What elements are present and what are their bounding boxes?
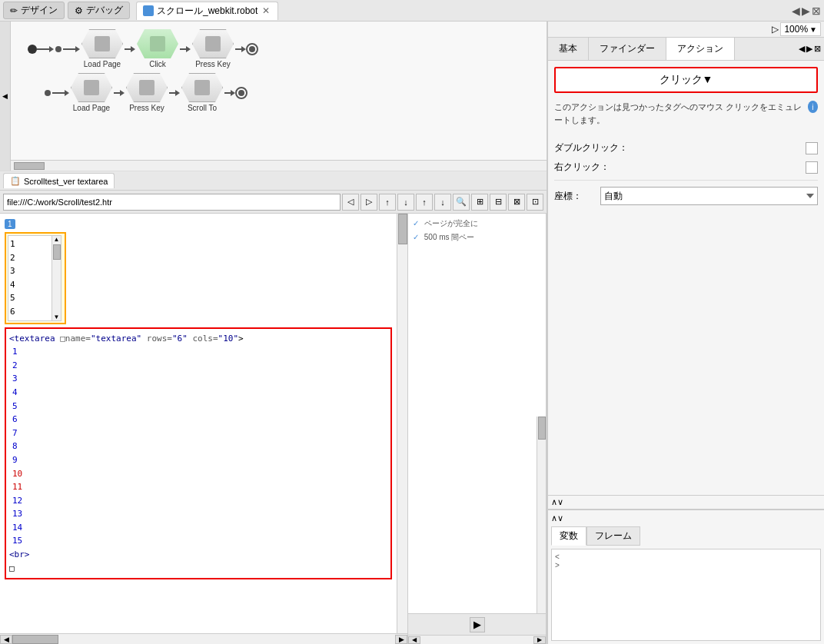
info-icon[interactable]: i <box>808 101 818 113</box>
source-footer: □ <box>9 562 387 576</box>
file-icon <box>143 5 154 16</box>
top-toolbar: ✏ デザイン ⚙ デバッグ スクロール_webkit.robot ✕ ◀ ▶ ⊠ <box>0 0 824 22</box>
zoom-control[interactable]: 100% ▼ <box>780 22 821 36</box>
html-panel: 1 123456 <box>0 214 408 644</box>
scroll-up-btn[interactable]: ▲ <box>54 236 60 243</box>
toolbar-btn-11[interactable]: ⊡ <box>527 194 543 211</box>
line4 <box>180 48 186 50</box>
right-click-checkbox[interactable] <box>806 161 818 174</box>
action-title-button[interactable]: クリック▼ <box>554 67 818 93</box>
num-9: 9 <box>12 453 387 467</box>
presskey-2-box <box>126 73 168 102</box>
flow-node-presskey-1[interactable]: Press Key <box>192 29 234 68</box>
arrow2 <box>75 46 80 52</box>
preview-panel: ✓ ページが完全に ✓ 500 ms 間ペー ▶ <box>408 214 547 644</box>
check-icon-1: ✓ <box>413 219 419 227</box>
flow-node-scrollto[interactable]: Scroll To <box>181 73 223 112</box>
scrollto-box <box>181 73 223 102</box>
right-nav-left[interactable]: ◀ <box>799 44 805 54</box>
source-br-tag: <br> <box>9 548 387 562</box>
html-hscrollbar[interactable]: ◀ ▶ <box>0 633 407 644</box>
var-nav-down[interactable]: ∨ <box>557 513 563 523</box>
status-text-2: 500 ms 間ペー <box>424 233 475 241</box>
content-tab[interactable]: 📋 Scrolltest_ver textarea <box>3 173 115 188</box>
design-label: デザイン <box>21 4 58 17</box>
content-tab-label: Scrolltest_ver textarea <box>24 177 108 186</box>
double-click-label: ダブルクリック： <box>554 141 806 154</box>
nav-right-button[interactable]: ▶ <box>802 5 810 17</box>
hscroll-right[interactable]: ▶ <box>395 635 407 644</box>
design-tab[interactable]: ✏ デザイン <box>3 2 65 19</box>
url-input[interactable] <box>3 194 341 211</box>
var-tab-frames[interactable]: フレーム <box>586 526 640 546</box>
zoom-value: 100% <box>784 24 808 35</box>
line1 <box>37 48 49 50</box>
right-panel: ▷ 100% ▼ 基本 ファインダー アクション ◀ ▶ ⊠ <box>547 22 824 644</box>
page-marker: 1 <box>5 219 15 229</box>
var-tab-variables[interactable]: 変数 <box>551 526 586 546</box>
flow-hscrollbar[interactable] <box>11 160 547 171</box>
file-tab[interactable]: スクロール_webkit.robot ✕ <box>136 2 278 20</box>
line8 <box>169 92 175 94</box>
presskey-1-icon <box>205 36 221 51</box>
toolbar-btn-4[interactable]: ↓ <box>397 194 414 211</box>
toolbar-btn-9[interactable]: ⊟ <box>490 194 507 211</box>
loadpage-1-box <box>81 29 123 58</box>
toolbar-btn-1[interactable]: ◁ <box>342 194 359 211</box>
toolbar-btn-7[interactable]: 🔍 <box>453 194 470 211</box>
preview-hscroll-right[interactable]: ▶ <box>533 636 546 644</box>
preview-hscroll-left[interactable]: ◀ <box>408 636 420 644</box>
var-tree-arrows: < > <box>555 553 560 569</box>
html-content[interactable]: 1 123456 <box>0 214 397 633</box>
presskey-1-label: Press Key <box>195 60 231 68</box>
tab-action[interactable]: アクション <box>666 38 735 60</box>
right-click-row: 右クリック： <box>554 161 818 174</box>
textarea-scrollbar[interactable]: ▲ ▼ <box>52 236 61 320</box>
flow-node-loadpage-1[interactable]: Load Page <box>81 29 123 68</box>
num-12: 12 <box>12 494 387 508</box>
debug-tab[interactable]: ⚙ デバッグ <box>68 2 130 19</box>
presskey-1-box <box>192 29 234 58</box>
flow-node-presskey-2[interactable]: Press Key <box>126 73 168 112</box>
html-vscrollbar[interactable] <box>397 214 407 633</box>
browser-toolbar: ◁ ▷ ↑ ↓ ↑ ↓ 🔍 ⊞ ⊟ ⊠ ⊡ <box>0 191 547 214</box>
coord-row: 座標： 自動 <box>554 187 818 205</box>
toolbar-btn-3[interactable]: ↑ <box>379 194 396 211</box>
coord-select[interactable]: 自動 <box>600 187 818 205</box>
line9 <box>224 92 231 94</box>
flow-node-click[interactable]: Click <box>137 29 178 68</box>
double-click-checkbox[interactable] <box>806 142 818 154</box>
html-hscroll-thumb <box>12 635 58 644</box>
end-dot-2 <box>238 90 244 96</box>
scroll-down-btn[interactable]: ▼ <box>54 314 60 320</box>
preview-hscrollbar[interactable]: ◀ ▶ <box>408 635 546 644</box>
close-tab-button[interactable]: ✕ <box>261 5 271 16</box>
scrollto-label: Scroll To <box>188 104 217 112</box>
right-nav-pin[interactable]: ⊠ <box>814 44 821 54</box>
toolbar-btn-6[interactable]: ↓ <box>434 194 451 211</box>
loadpage-2-label: Load Page <box>73 104 110 112</box>
zoom-dropdown-arrow[interactable]: ▼ <box>809 25 817 34</box>
panel-up-btn[interactable]: ∧ <box>551 497 557 507</box>
flow-scroll-left[interactable]: ◀ <box>0 22 11 171</box>
nav-left-button[interactable]: ◀ <box>792 5 800 17</box>
play-button[interactable]: ▶ <box>470 617 485 632</box>
tab-basic[interactable]: 基本 <box>548 38 589 60</box>
toolbar-btn-5[interactable]: ↑ <box>416 194 433 211</box>
nav-pin-button[interactable]: ⊠ <box>812 5 821 17</box>
toolbar-btn-8[interactable]: ⊞ <box>471 194 488 211</box>
panel-collapse-bar: ∧ ∨ <box>548 495 824 510</box>
html-source-text: <textarea □name="textarea" rows="6" cols… <box>9 332 387 576</box>
preview-vscrollbar[interactable] <box>537 417 546 613</box>
preview-content: ✓ ページが完全に ✓ 500 ms 間ペー <box>408 214 546 417</box>
tab-finder[interactable]: ファインダー <box>589 38 666 60</box>
flow-node-loadpage-2[interactable]: Load Page <box>71 73 112 112</box>
panel-down-btn[interactable]: ∨ <box>557 497 563 507</box>
hscroll-left[interactable]: ◀ <box>0 635 12 644</box>
right-nav-right[interactable]: ▶ <box>806 44 812 54</box>
toolbar-btn-10[interactable]: ⊠ <box>508 194 525 211</box>
var-nav-up[interactable]: ∧ <box>551 513 557 523</box>
var-nav-row: ∧ ∨ <box>551 513 821 523</box>
arrow1 <box>49 46 54 52</box>
toolbar-btn-2[interactable]: ▷ <box>360 194 377 211</box>
